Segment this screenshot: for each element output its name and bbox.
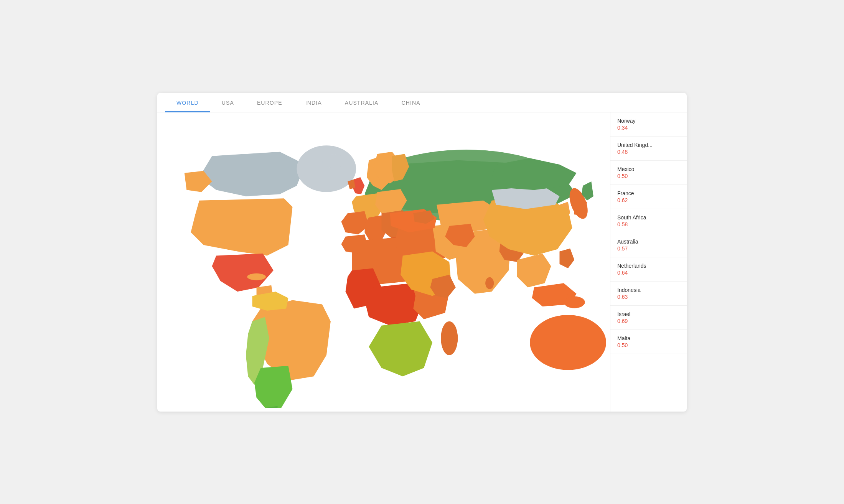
- svg-marker-54: [492, 158, 577, 190]
- legend-country-indonesia: Indonesia: [617, 287, 680, 293]
- svg-marker-19: [341, 211, 369, 234]
- tab-india[interactable]: INDIA: [294, 93, 333, 112]
- svg-marker-4: [191, 198, 292, 255]
- svg-point-45: [530, 315, 606, 370]
- tab-australia[interactable]: AUSTRALIA: [333, 93, 390, 112]
- legend-item-mexico: Mexico 0.50: [610, 161, 687, 185]
- legend-item-norway: Norway 0.34: [610, 112, 687, 137]
- legend-item-netherlands: Netherlands 0.64: [610, 257, 687, 282]
- legend-item-australia: Australia 0.57: [610, 233, 687, 257]
- world-map-svg: [161, 116, 606, 408]
- legend-item-israel: Israel 0.69: [610, 306, 687, 330]
- legend-country-south-africa: South Africa: [617, 214, 680, 221]
- legend-country-norway: Norway: [617, 118, 680, 124]
- legend-value-israel: 0.69: [617, 318, 680, 324]
- legend-value-uk: 0.48: [617, 149, 680, 155]
- tab-china[interactable]: CHINA: [390, 93, 432, 112]
- main-card: WORLD USA EUROPE INDIA AUSTRALIA CHINA: [157, 93, 687, 412]
- main-content: Norway 0.34 United Kingd... 0.48 Mexico …: [157, 112, 687, 412]
- legend-value-france: 0.62: [617, 197, 680, 203]
- svg-point-29: [441, 321, 458, 355]
- legend-country-australia: Australia: [617, 239, 680, 245]
- svg-marker-2: [199, 152, 305, 196]
- legend-country-malta: Malta: [617, 335, 680, 341]
- legend-value-netherlands: 0.64: [617, 270, 680, 276]
- legend-value-south-africa: 0.58: [617, 221, 680, 227]
- tab-usa[interactable]: USA: [210, 93, 246, 112]
- tab-world[interactable]: WORLD: [165, 93, 210, 112]
- legend-value-norway: 0.34: [617, 125, 680, 131]
- svg-marker-40: [559, 248, 574, 268]
- world-map-area: [157, 112, 610, 412]
- svg-point-49: [564, 296, 585, 308]
- legend-item-france: France 0.62: [610, 185, 687, 209]
- legend-country-israel: Israel: [617, 311, 680, 317]
- tab-europe[interactable]: EUROPE: [246, 93, 294, 112]
- svg-point-52: [322, 154, 346, 168]
- legend-item-indonesia: Indonesia 0.63: [610, 282, 687, 306]
- svg-point-50: [485, 277, 494, 289]
- svg-marker-28: [369, 321, 432, 376]
- legend-value-australia: 0.57: [617, 245, 680, 252]
- svg-point-51: [247, 273, 266, 280]
- legend-country-netherlands: Netherlands: [617, 263, 680, 269]
- legend-item-south-africa: South Africa 0.58: [610, 209, 687, 233]
- legend-panel: Norway 0.34 United Kingd... 0.48 Mexico …: [610, 112, 687, 412]
- legend-country-mexico: Mexico: [617, 166, 680, 172]
- svg-point-48: [538, 287, 568, 304]
- tab-bar: WORLD USA EUROPE INDIA AUSTRALIA CHINA: [157, 93, 687, 112]
- legend-value-indonesia: 0.63: [617, 294, 680, 300]
- svg-marker-11: [254, 366, 292, 407]
- svg-marker-6: [212, 253, 274, 291]
- legend-item-uk: United Kingd... 0.48: [610, 137, 687, 161]
- legend-country-uk: United Kingd...: [617, 142, 680, 148]
- svg-point-3: [297, 145, 356, 192]
- legend-value-malta: 0.50: [617, 342, 680, 348]
- legend-item-malta: Malta 0.50: [610, 330, 687, 354]
- legend-value-mexico: 0.50: [617, 173, 680, 179]
- legend-country-france: France: [617, 190, 680, 196]
- svg-marker-38: [517, 253, 551, 287]
